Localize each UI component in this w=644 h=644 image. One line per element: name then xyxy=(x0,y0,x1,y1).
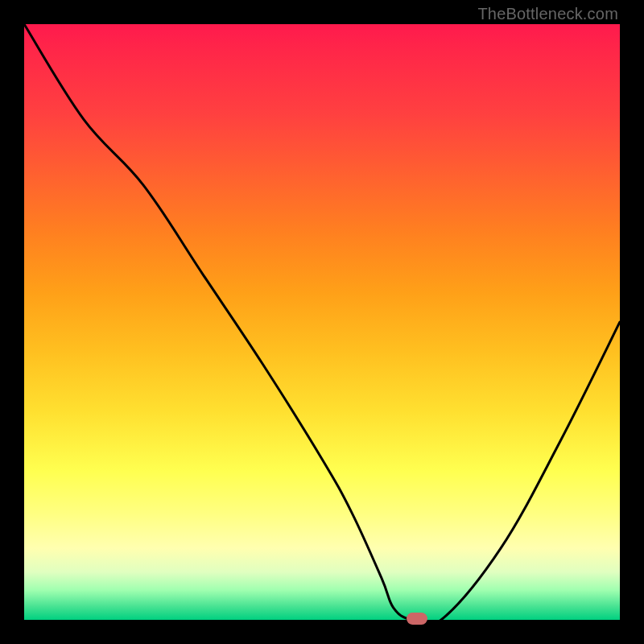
watermark-text: TheBottleneck.com xyxy=(477,5,618,23)
optimal-point-marker xyxy=(407,613,427,625)
bottleneck-curve xyxy=(24,24,620,620)
chart-container: TheBottleneck.com xyxy=(0,0,644,644)
